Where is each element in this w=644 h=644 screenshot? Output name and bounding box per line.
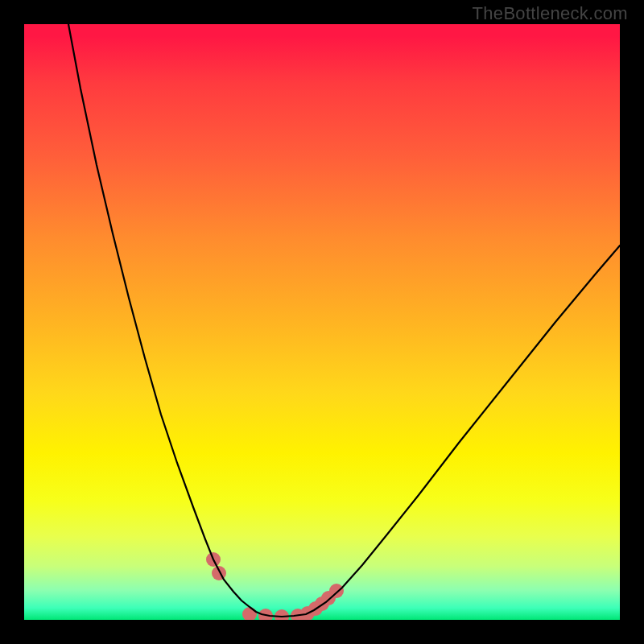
marker-dots: [206, 552, 344, 620]
v-curve: [68, 24, 620, 617]
frame: TheBottleneck.com: [0, 0, 644, 644]
marker-dot: [329, 584, 344, 598]
curve-layer: [24, 24, 620, 620]
marker-dot: [275, 609, 289, 620]
watermark-text: TheBottleneck.com: [473, 3, 628, 24]
marker-dot: [242, 607, 257, 620]
plot-area: [24, 24, 620, 620]
